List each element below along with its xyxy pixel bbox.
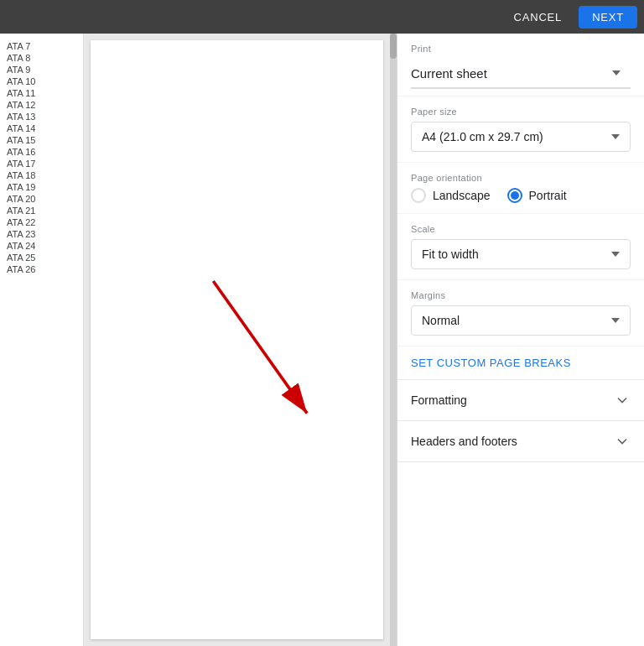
formatting-label: Formatting (411, 393, 467, 407)
list-item: ATA 12 (0, 99, 83, 111)
headers-footers-label: Headers and footers (411, 435, 517, 448)
headers-footers-section[interactable]: Headers and footers (397, 421, 644, 462)
list-item: ATA 25 (0, 252, 83, 263)
scale-label: Scale (411, 224, 631, 234)
headers-footers-chevron-icon (614, 433, 631, 450)
page-orientation-label: Page orientation (411, 173, 631, 183)
formatting-chevron-icon (614, 392, 631, 409)
portrait-label: Portrait (529, 189, 567, 202)
paper-size-label: Paper size (411, 107, 631, 117)
margins-dropdown[interactable]: Normal (411, 305, 631, 336)
list-item: ATA 21 (0, 205, 83, 216)
portrait-option[interactable]: Portrait (507, 188, 567, 203)
scale-dropdown[interactable]: Fit to width (411, 239, 631, 269)
list-item: ATA 20 (0, 193, 83, 205)
main-content: ATA 7 ATA 8 ATA 9 ATA 10 ATA 11 ATA 12 A… (0, 34, 644, 646)
scrollbar[interactable] (390, 34, 397, 646)
margins-section: Margins Normal (397, 280, 644, 346)
paper-size-dropdown[interactable]: A4 (21.0 cm x 29.7 cm) (411, 122, 631, 152)
next-button[interactable]: NEXT (579, 6, 637, 29)
list-item: ATA 8 (0, 52, 83, 64)
landscape-option[interactable]: Landscape (411, 188, 491, 203)
list-item: ATA 19 (0, 181, 83, 193)
formatting-section[interactable]: Formatting (397, 380, 644, 421)
right-panel: Print Current sheet Paper size A4 (21.0 … (397, 34, 644, 646)
print-label: Print (411, 44, 631, 54)
list-item: ATA 13 (0, 111, 83, 122)
landscape-radio[interactable] (411, 188, 426, 203)
scroll-thumb (390, 34, 397, 59)
page-breaks-section: SET CUSTOM PAGE BREAKS (397, 346, 644, 380)
top-bar: CANCEL NEXT (0, 0, 644, 34)
radio-inner-dot (511, 191, 519, 200)
list-item: ATA 18 (0, 169, 83, 181)
list-item: ATA 9 (0, 64, 83, 76)
orientation-options: Landscape Portrait (411, 188, 631, 203)
list-item: ATA 24 (0, 240, 83, 252)
list-item: ATA 17 (0, 158, 83, 169)
list-item: ATA 23 (0, 228, 83, 240)
cancel-button[interactable]: CANCEL (504, 6, 573, 29)
landscape-label: Landscape (433, 189, 491, 202)
list-item: ATA 15 (0, 134, 83, 146)
list-item: ATA 7 (0, 40, 83, 52)
portrait-radio[interactable] (507, 188, 522, 203)
list-item: ATA 11 (0, 87, 83, 99)
margins-label: Margins (411, 290, 631, 300)
list-item: ATA 14 (0, 122, 83, 134)
preview-area: ATA 7 ATA 8 ATA 9 ATA 10 ATA 11 ATA 12 A… (0, 34, 397, 646)
set-custom-page-breaks-link[interactable]: SET CUSTOM PAGE BREAKS (411, 357, 631, 369)
list-item: ATA 22 (0, 216, 83, 228)
list-item: ATA 10 (0, 76, 83, 87)
paper-size-section: Paper size A4 (21.0 cm x 29.7 cm) (397, 96, 644, 163)
print-section: Print Current sheet (397, 34, 644, 96)
print-dropdown[interactable]: Current sheet (411, 59, 631, 89)
page-orientation-section: Page orientation Landscape Portrait (397, 163, 644, 214)
page-preview (91, 40, 383, 639)
sheet-list: ATA 7 ATA 8 ATA 9 ATA 10 ATA 11 ATA 12 A… (0, 34, 84, 646)
scale-section: Scale Fit to width (397, 214, 644, 280)
list-item: ATA 16 (0, 146, 83, 158)
list-item: ATA 26 (0, 263, 83, 275)
